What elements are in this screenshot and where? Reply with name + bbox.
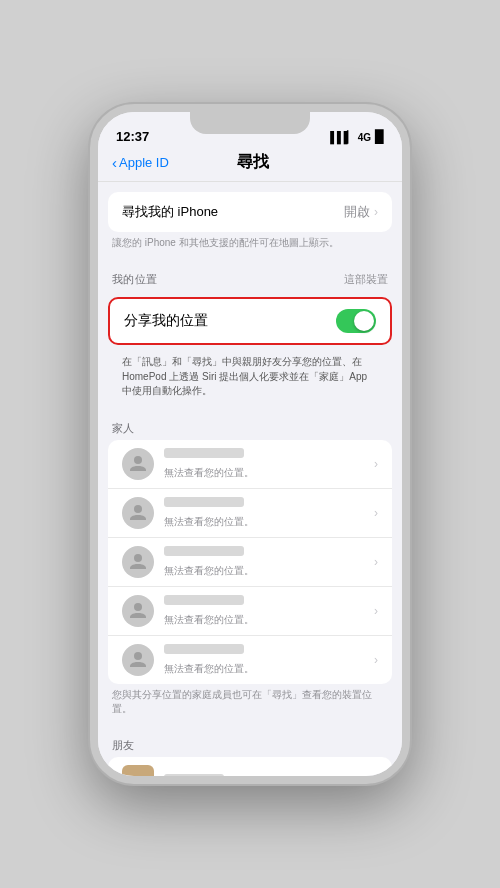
network-label: 4G	[358, 132, 371, 143]
chevron-left-icon: ‹	[112, 154, 117, 171]
person-status: 無法查看您的位置。	[164, 614, 254, 625]
svg-point-4	[134, 652, 142, 660]
friend-avatar	[122, 765, 154, 777]
person-chevron: ›	[374, 604, 378, 618]
avatar	[122, 497, 154, 529]
svg-point-2	[134, 554, 142, 562]
person-info: 無法查看您的位置。	[164, 497, 364, 529]
battery-icon: ▉	[375, 130, 384, 144]
signal-icon: ▐▐▐▏	[326, 131, 353, 144]
scroll-content[interactable]: 尋找我的 iPhone 開啟 › 讓您的 iPhone 和其他支援的配件可在地圖…	[98, 182, 402, 776]
list-item[interactable]: ›	[108, 757, 392, 777]
find-iphone-chevron: ›	[374, 205, 378, 219]
my-location-value: 這部裝置	[344, 272, 388, 287]
phone-frame: 12:37 ▐▐▐▏ 4G ▉ ‹ Apple ID 尋找 尋找我的 iPhon…	[90, 104, 410, 784]
status-time: 12:37	[116, 129, 149, 144]
person-info	[164, 774, 364, 777]
find-iphone-label: 尋找我的 iPhone	[122, 203, 218, 221]
svg-point-1	[134, 505, 142, 513]
person-info: 無法查看您的位置。	[164, 595, 364, 627]
notch	[190, 112, 310, 134]
status-icons: ▐▐▐▏ 4G ▉	[326, 130, 384, 144]
friends-list: ›	[108, 757, 392, 777]
my-location-header: 我的位置 這部裝置	[98, 258, 402, 291]
family-label: 家人	[112, 421, 135, 436]
person-name-blur	[164, 497, 244, 507]
person-info: 無法查看您的位置。	[164, 644, 364, 676]
person-chevron: ›	[374, 506, 378, 520]
avatar	[122, 546, 154, 578]
person-chevron: ›	[374, 457, 378, 471]
find-iphone-value: 開啟 ›	[344, 203, 378, 221]
friends-header: 朋友	[98, 724, 402, 757]
avatar	[122, 595, 154, 627]
find-iphone-hint: 讓您的 iPhone 和其他支援的配件可在地圖上顯示。	[98, 232, 402, 258]
person-chevron: ›	[374, 774, 378, 777]
avatar	[122, 448, 154, 480]
share-location-row[interactable]: 分享我的位置	[110, 299, 390, 343]
family-header: 家人	[98, 407, 402, 440]
back-button[interactable]: ‹ Apple ID	[112, 154, 169, 171]
person-name-blur	[164, 448, 244, 458]
person-name-blur	[164, 546, 244, 556]
find-iphone-group: 尋找我的 iPhone 開啟 ›	[108, 192, 392, 232]
person-status: 無法查看您的位置。	[164, 467, 254, 478]
person-info: 無法查看您的位置。	[164, 546, 364, 578]
person-name-blur	[164, 644, 244, 654]
avatar	[122, 644, 154, 676]
family-footer: 您與其分享位置的家庭成員也可在「尋找」查看您的裝置位置。	[98, 684, 402, 724]
my-location-label: 我的位置	[112, 272, 157, 287]
toggle-knob	[354, 311, 374, 331]
person-status: 無法查看您的位置。	[164, 565, 254, 576]
find-iphone-row[interactable]: 尋找我的 iPhone 開啟 ›	[108, 192, 392, 232]
person-status: 無法查看您的位置。	[164, 516, 254, 527]
svg-point-3	[134, 603, 142, 611]
svg-point-0	[134, 456, 142, 464]
person-chevron: ›	[374, 555, 378, 569]
person-name-blur	[164, 595, 244, 605]
list-item[interactable]: 無法查看您的位置。 ›	[108, 440, 392, 489]
person-status: 無法查看您的位置。	[164, 663, 254, 674]
person-info: 無法查看您的位置。	[164, 448, 364, 480]
friends-label: 朋友	[112, 738, 135, 753]
list-item[interactable]: 無法查看您的位置。 ›	[108, 587, 392, 636]
share-location-highlighted: 分享我的位置	[108, 297, 392, 345]
person-chevron: ›	[374, 653, 378, 667]
share-location-toggle[interactable]	[336, 309, 376, 333]
person-name-blur	[164, 774, 224, 777]
share-location-label: 分享我的位置	[124, 312, 208, 330]
family-list: 無法查看您的位置。 › 無法查看您的位置。 ›	[108, 440, 392, 684]
page-title: 尋找	[237, 152, 269, 173]
nav-bar: ‹ Apple ID 尋找	[98, 148, 402, 182]
list-item[interactable]: 無法查看您的位置。 ›	[108, 489, 392, 538]
location-description: 在「訊息」和「尋找」中與親朋好友分享您的位置、在 HomePod 上透過 Sir…	[108, 351, 392, 407]
find-iphone-status: 開啟	[344, 203, 370, 221]
back-label: Apple ID	[119, 155, 169, 170]
list-item[interactable]: 無法查看您的位置。 ›	[108, 538, 392, 587]
list-item[interactable]: 無法查看您的位置。 ›	[108, 636, 392, 684]
